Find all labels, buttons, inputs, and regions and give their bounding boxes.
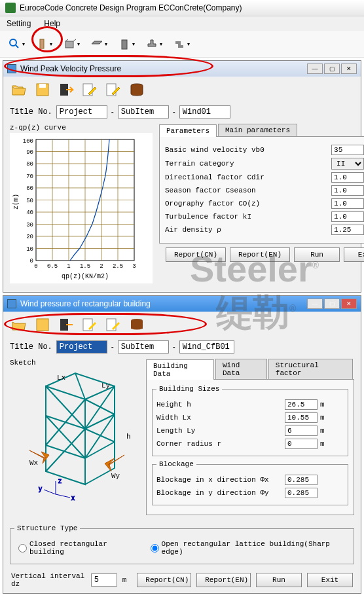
- radius-label: Corner radius r: [156, 440, 285, 448]
- window2-icon: [7, 299, 16, 308]
- svg-text:0.5: 0.5: [47, 263, 58, 270]
- edit-en-icon[interactable]: [104, 81, 122, 99]
- terrain-select[interactable]: II: [331, 158, 364, 170]
- svg-text:50: 50: [26, 198, 33, 204]
- rho-input[interactable]: [331, 225, 364, 235]
- svg-line-69: [44, 490, 56, 494]
- tab-structural-factor[interactable]: Structural factor: [268, 359, 353, 379]
- sketch-label: Sketch: [10, 359, 141, 367]
- window1-title: Wind Peak Velocity Pressure: [20, 64, 121, 73]
- window2-minimize[interactable]: —: [307, 299, 323, 309]
- id-input[interactable]: [179, 105, 230, 118]
- window2-bottom-row: Vertical interval dz m Report(CN) Report…: [3, 567, 361, 593]
- interval-input[interactable]: [91, 573, 117, 587]
- edit-cn-icon-2[interactable]: [81, 316, 99, 334]
- run-button[interactable]: Run: [294, 247, 340, 262]
- help-icon[interactable]: [128, 81, 146, 99]
- edit-en-icon-2[interactable]: [104, 316, 122, 334]
- ki-input[interactable]: [331, 211, 364, 222]
- edit-cn-icon[interactable]: [81, 81, 99, 99]
- window1-maximize[interactable]: ▢: [324, 64, 340, 74]
- id-input-2[interactable]: [179, 340, 234, 354]
- window2-close[interactable]: ✕: [341, 299, 357, 309]
- tab-main-parameters[interactable]: Main parameters: [218, 124, 297, 136]
- width-label: Width Lx: [156, 414, 285, 422]
- svg-text:Ly: Ly: [101, 382, 111, 390]
- svg-text:Wx: Wx: [29, 459, 39, 467]
- menu-setting[interactable]: Setting: [7, 19, 31, 28]
- subitem-input[interactable]: [118, 105, 169, 118]
- svg-rect-45: [37, 319, 48, 331]
- app-titlebar: EuroceCode Concrete Design Program ECCon…: [0, 0, 364, 16]
- svg-rect-47: [83, 319, 92, 331]
- save-icon[interactable]: [33, 81, 52, 99]
- terrain-label: Terrain category: [165, 160, 331, 168]
- window1-close[interactable]: ✕: [341, 64, 357, 74]
- project-input-2[interactable]: [56, 340, 107, 354]
- window2-titlebar[interactable]: Wind pressure of rectangular building — …: [3, 296, 361, 312]
- window2-maximize[interactable]: ▢: [324, 299, 340, 309]
- report-en-button-2[interactable]: Report(EN): [196, 573, 251, 587]
- interval-label: Vertical interval dz: [11, 572, 86, 588]
- tab-wind-data[interactable]: Wind Data: [215, 359, 267, 379]
- export-icon-2[interactable]: [57, 316, 75, 334]
- blockage-x-input[interactable]: [285, 475, 318, 485]
- tool-slab[interactable]: ▾: [86, 33, 111, 54]
- svg-text:z: z: [58, 477, 62, 484]
- report-cn-button-2[interactable]: Report(CN): [137, 573, 191, 587]
- window1-titleno-row: Title No. - -: [3, 103, 361, 121]
- exit-button[interactable]: Exit: [344, 247, 364, 262]
- tool-pipe[interactable]: ▾: [169, 33, 194, 54]
- blockage-y-input[interactable]: [285, 488, 318, 498]
- window1-icon: [7, 64, 16, 73]
- length-input[interactable]: [285, 426, 318, 436]
- window2-title: Wind pressure of rectangular building: [20, 299, 151, 308]
- height-label: Height h: [156, 401, 285, 408]
- radio-closed[interactable]: Closed rectangular building: [18, 540, 140, 556]
- run-button-2[interactable]: Run: [256, 573, 302, 587]
- tab-parameters[interactable]: Parameters: [159, 124, 217, 137]
- cdir-input[interactable]: [331, 172, 364, 183]
- radius-input[interactable]: [285, 439, 318, 449]
- svg-text:x: x: [71, 494, 75, 501]
- open-icon[interactable]: [10, 81, 28, 99]
- tool-search[interactable]: ▾: [4, 33, 29, 54]
- window1-titlebar[interactable]: Wind Peak Velocity Pressure — ▢ ✕: [3, 61, 361, 77]
- menu-help[interactable]: Help: [44, 19, 60, 28]
- co-input[interactable]: [331, 198, 364, 209]
- svg-line-49: [75, 373, 85, 399]
- report-en-button[interactable]: Report(EN): [230, 247, 290, 262]
- chart-ylabel: z(m): [12, 194, 20, 209]
- export-icon[interactable]: [57, 81, 75, 99]
- window1-minimize[interactable]: —: [307, 64, 323, 74]
- width-input[interactable]: [285, 412, 318, 423]
- cseason-label: Season factor Cseason: [165, 187, 331, 194]
- parameters-panel: Basic wind velocity vb0m/s Terrain categ…: [159, 137, 364, 244]
- chart-title: z-qp(z) curve: [10, 124, 154, 132]
- svg-text:80: 80: [26, 161, 33, 168]
- tool-column[interactable]: ▾: [31, 33, 56, 54]
- vb0-input[interactable]: [331, 145, 364, 155]
- tool-foundation[interactable]: ▾: [141, 33, 166, 54]
- radio-open[interactable]: Open rectangular lattice building(Sharp …: [151, 540, 346, 556]
- report-cn-button[interactable]: Report(CN): [166, 247, 226, 262]
- open-icon-2[interactable]: [10, 316, 28, 334]
- help-icon-2[interactable]: [128, 316, 146, 334]
- titleno-label-2: Title No.: [10, 342, 52, 352]
- height-input[interactable]: [285, 399, 318, 410]
- save-icon-2[interactable]: [33, 316, 52, 334]
- svg-text:1.5: 1.5: [80, 263, 90, 270]
- exit-button-2[interactable]: Exit: [307, 573, 353, 587]
- tool-box[interactable]: ▾: [59, 33, 84, 54]
- svg-text:2: 2: [100, 263, 103, 270]
- window2-titleno-row: Title No. - -: [3, 338, 361, 356]
- svg-text:0: 0: [34, 263, 37, 270]
- tab-building-data[interactable]: Building Data: [146, 359, 214, 380]
- chart-zqpz: 0102030405060708090100 00.511.522.53 qp(…: [10, 133, 153, 283]
- tool-wall[interactable]: ▾: [114, 33, 139, 54]
- co-label: Orography factor CO(z): [165, 200, 331, 208]
- project-input[interactable]: [56, 105, 107, 118]
- menubar: Setting Help: [0, 16, 364, 31]
- cseason-input[interactable]: [331, 185, 364, 196]
- subitem-input-2[interactable]: [118, 340, 169, 354]
